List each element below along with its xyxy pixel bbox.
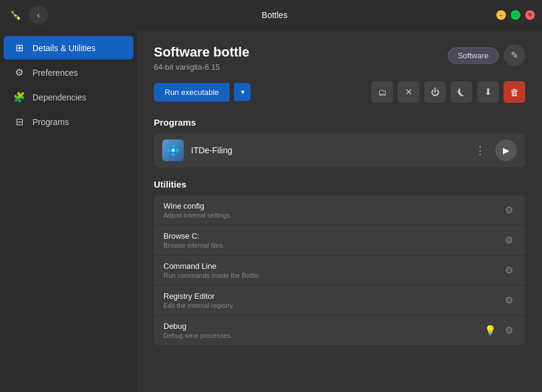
- utilities-title: Utilities: [154, 179, 525, 189]
- debug-bulb-button[interactable]: 💡: [482, 322, 499, 338]
- utility-name-browse-c: Browse C:: [163, 231, 502, 240]
- gear-icon-3: ⚙: [505, 265, 513, 275]
- registry-editor-gear-button[interactable]: ⚙: [502, 292, 516, 308]
- dots-icon: ⋮: [475, 144, 486, 156]
- power-off-icon: ⏻: [431, 87, 439, 97]
- x-icon: ✕: [405, 87, 413, 97]
- command-line-gear-button[interactable]: ⚙: [502, 262, 516, 278]
- gear-icon: ⚙: [505, 205, 513, 215]
- utility-desc-command-line: Run commands inside the Bottle.: [163, 272, 502, 279]
- utility-row-wine-config: Wine config Adjust internal settings. ⚙: [154, 195, 525, 225]
- bottle-tag[interactable]: Software: [448, 47, 499, 64]
- utility-row-browse-c: Browse C: Browse internal files. ⚙: [154, 225, 525, 256]
- utility-row-debug: Debug Debug wine processes. 💡 ⚙: [154, 316, 525, 345]
- edit-icon: ✎: [511, 50, 519, 61]
- back-button[interactable]: ‹: [29, 5, 48, 25]
- sidebar-item-details[interactable]: ⊞ Details & Utilities: [4, 36, 133, 60]
- folder-icon: 🗂: [378, 87, 387, 97]
- titlebar: 🍾 ‹ Bottles – □ ✕: [0, 0, 542, 30]
- minimize-button[interactable]: –: [496, 10, 506, 20]
- bottle-name: Software bottle: [154, 44, 249, 60]
- utility-name-debug: Debug: [163, 322, 482, 331]
- main-layout: ⊞ Details & Utilities ⚙ Preferences 🧩 De…: [0, 30, 542, 392]
- sidebar-label-preferences: Preferences: [32, 68, 78, 78]
- window-title: Bottles: [53, 10, 496, 20]
- chevron-down-icon: ▾: [241, 88, 245, 96]
- download-button[interactable]: ⬇: [477, 81, 499, 103]
- sidebar-item-programs[interactable]: ⊟ Programs: [4, 110, 133, 133]
- program-diamond-icon: 💠: [166, 144, 180, 157]
- programs-title: Programs: [154, 117, 525, 127]
- gear-icon-5: ⚙: [505, 325, 513, 335]
- power-off-button[interactable]: ⏻: [424, 81, 446, 103]
- run-executable-dropdown[interactable]: ▾: [234, 83, 251, 101]
- download-icon: ⬇: [484, 87, 492, 97]
- utility-row-registry-editor: Registry Editor Edit the internal regist…: [154, 286, 525, 316]
- utility-desc-browse-c: Browse internal files.: [163, 242, 502, 249]
- action-bar: Run executable ▾ 🗂 ✕ ⏻ ⏾ ⬇ 🗑: [154, 81, 525, 103]
- trash-icon: 🗑: [510, 87, 519, 97]
- browse-c-gear-button[interactable]: ⚙: [502, 232, 516, 248]
- program-play-button[interactable]: ▶: [495, 139, 517, 161]
- details-icon: ⊞: [13, 42, 25, 54]
- close-button-2[interactable]: ✕: [398, 81, 419, 103]
- utility-actions-command-line: ⚙: [502, 262, 516, 278]
- utility-name-wine-config: Wine config: [163, 201, 502, 210]
- utility-desc-wine-config: Adjust internal settings.: [163, 212, 502, 219]
- run-executable-button[interactable]: Run executable: [154, 83, 230, 102]
- open-folder-button[interactable]: 🗂: [371, 81, 393, 103]
- utility-row-command-line: Command Line Run commands inside the Bot…: [154, 256, 525, 286]
- power-on-icon: ⏾: [457, 87, 466, 97]
- utility-desc-registry-editor: Edit the internal registry.: [163, 302, 502, 309]
- utility-actions-registry-editor: ⚙: [502, 292, 516, 308]
- bottle-info: Software bottle 64-bit vaniglia-6.15: [154, 44, 249, 72]
- gear-icon-4: ⚙: [505, 295, 513, 305]
- window-controls: – □ ✕: [496, 10, 535, 20]
- program-menu-button[interactable]: ⋮: [472, 141, 488, 159]
- utility-actions-browse-c: ⚙: [502, 232, 516, 248]
- sidebar: ⊞ Details & Utilities ⚙ Preferences 🧩 De…: [0, 30, 137, 392]
- sidebar-label-details: Details & Utilities: [32, 43, 96, 53]
- gear-icon-2: ⚙: [505, 235, 513, 245]
- bulb-icon: 💡: [484, 325, 496, 335]
- utilities-section: Utilities Wine config Adjust internal se…: [154, 179, 525, 345]
- delete-button[interactable]: 🗑: [504, 81, 525, 103]
- bottle-header: Software bottle 64-bit vaniglia-6.15 Sof…: [154, 44, 525, 72]
- utility-actions-debug: 💡 ⚙: [482, 322, 516, 338]
- back-icon: ‹: [37, 10, 40, 20]
- utility-name-registry-editor: Registry Editor: [163, 292, 502, 301]
- dependencies-icon: 🧩: [13, 91, 25, 103]
- bottle-subtitle: 64-bit vaniglia-6.15: [154, 63, 249, 72]
- program-icon: 💠: [162, 139, 184, 161]
- play-icon: ▶: [503, 145, 510, 155]
- debug-gear-button[interactable]: ⚙: [502, 322, 516, 338]
- programs-section: Programs 💠 ITDe-Filing ⋮ ▶: [154, 117, 525, 167]
- utility-name-command-line: Command Line: [163, 262, 502, 271]
- program-name: ITDe-Filing: [191, 145, 465, 155]
- utility-text-browse-c: Browse C: Browse internal files.: [163, 231, 502, 249]
- sidebar-label-dependencies: Dependencies: [32, 93, 87, 102]
- preferences-icon: ⚙: [13, 67, 25, 78]
- sidebar-label-programs: Programs: [32, 117, 69, 127]
- utility-text-wine-config: Wine config Adjust internal settings.: [163, 201, 502, 219]
- sidebar-item-preferences[interactable]: ⚙ Preferences: [4, 61, 133, 84]
- utility-text-command-line: Command Line Run commands inside the Bot…: [163, 262, 502, 279]
- utility-actions-wine-config: ⚙: [502, 202, 516, 218]
- edit-bottle-button[interactable]: ✎: [504, 44, 525, 66]
- utility-text-debug: Debug Debug wine processes.: [163, 322, 482, 339]
- utility-text-registry-editor: Registry Editor Edit the internal regist…: [163, 292, 502, 309]
- programs-icon: ⊟: [13, 116, 25, 127]
- wine-config-gear-button[interactable]: ⚙: [502, 202, 516, 218]
- utility-desc-debug: Debug wine processes.: [163, 332, 482, 339]
- program-row: 💠 ITDe-Filing ⋮ ▶: [154, 133, 525, 167]
- power-on-button[interactable]: ⏾: [451, 81, 472, 103]
- maximize-button[interactable]: □: [511, 10, 520, 20]
- bottle-header-right: Software ✎: [448, 44, 525, 66]
- content-area: Software bottle 64-bit vaniglia-6.15 Sof…: [137, 30, 542, 392]
- sidebar-item-dependencies[interactable]: 🧩 Dependencies: [4, 85, 133, 109]
- app-icon: 🍾: [7, 7, 24, 23]
- close-button[interactable]: ✕: [525, 10, 535, 20]
